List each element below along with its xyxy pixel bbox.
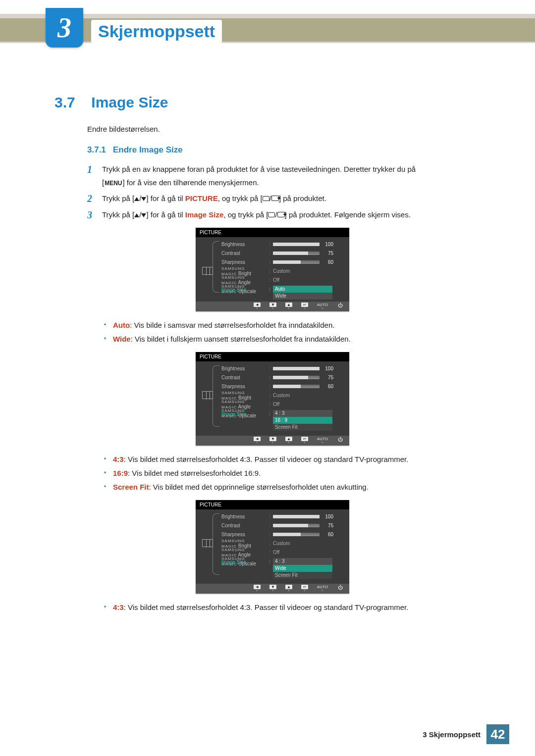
step-3: 3 Trykk på [/] for å gå til Image Size, … bbox=[87, 209, 490, 221]
display-icon bbox=[263, 196, 269, 201]
arrow-down-icon bbox=[141, 213, 146, 217]
bullet-16-9: 16:9: Vis bildet med størrelsesforholdet… bbox=[104, 467, 490, 479]
osd-footer: ◄▾ ▼▾ ▲▾ ↵▾ AUTO▾ ⏻ bbox=[196, 436, 349, 446]
bullet-list-1: Auto: Vis bilde i samsvar med størrelses… bbox=[104, 319, 490, 345]
section-number: 3.7 bbox=[54, 94, 87, 111]
bullet-auto: Auto: Vis bilde i samsvar med størrelses… bbox=[104, 319, 490, 331]
source-icon bbox=[271, 196, 279, 201]
chapter-badge: 3 bbox=[46, 8, 83, 48]
arrow-down-icon bbox=[141, 197, 146, 201]
bullet-4-3-b: 4:3: Vis bildet med størrelsesforholdet … bbox=[104, 602, 490, 613]
arrow-up-icon bbox=[134, 197, 139, 201]
osd-header: PICTURE bbox=[196, 500, 349, 509]
source-icon bbox=[277, 212, 285, 217]
picture-tab-icon bbox=[202, 267, 213, 275]
intro-text: Endre bildestørrelsen. bbox=[87, 125, 490, 133]
more-below-icon: ▾ bbox=[221, 295, 344, 300]
bullet-4-3: 4:3: Vis bildet med størrelsesforholdet … bbox=[104, 454, 490, 465]
steps-list: 1 Trykk på en av knappene foran på produ… bbox=[87, 164, 490, 221]
display-icon bbox=[268, 212, 275, 217]
step-1: 1 Trykk på en av knappene foran på produ… bbox=[87, 164, 490, 188]
highlight-picture: PICTURE bbox=[185, 194, 218, 202]
osd-row-sharpness: Sharpness: 60 bbox=[221, 258, 344, 266]
picture-tab-icon bbox=[202, 391, 213, 399]
osd-sidebar bbox=[196, 237, 219, 302]
osd-row-magic-bright: SAMSUNGMAGIC Bright: Custom bbox=[221, 267, 344, 275]
osd-screenshot-2: PICTURE Brightness:100 Contrast:75 Sharp… bbox=[196, 352, 349, 446]
step-number: 1 bbox=[87, 164, 102, 188]
page-footer: 3 Skjermoppsett 42 bbox=[423, 724, 509, 744]
subsection-number: 3.7.1 bbox=[87, 145, 106, 154]
osd-screenshot-1: PICTURE Brightness: 100 Contrast: 75 Sh bbox=[196, 228, 349, 311]
highlight-imagesize: Image Size bbox=[185, 210, 224, 219]
power-icon: ⏻ bbox=[337, 302, 344, 308]
subsection-title: Endre Image Size bbox=[113, 145, 183, 154]
step-number: 3 bbox=[87, 209, 102, 221]
slider bbox=[273, 243, 320, 246]
footer-text: 3 Skjermoppsett bbox=[423, 730, 481, 739]
section-title: Image Size bbox=[91, 94, 168, 110]
osd-header: PICTURE bbox=[196, 228, 349, 237]
slider bbox=[273, 252, 320, 255]
subsection-heading: 3.7.1 Endre Image Size bbox=[87, 145, 490, 155]
page-number: 42 bbox=[486, 724, 509, 744]
osd-row-brightness: Brightness: 100 bbox=[221, 240, 344, 248]
menu-icon: MENU bbox=[104, 180, 122, 187]
slider bbox=[273, 260, 320, 264]
chapter-number: 3 bbox=[57, 12, 71, 44]
bullet-wide: Wide: Vis bildet i fullskjerm uansett st… bbox=[104, 333, 490, 345]
step-2: 2 Trykk på [/] for å gå til PICTURE, og … bbox=[87, 193, 490, 204]
bullet-screen-fit: Screen Fit: Vis bildet med det opprinnel… bbox=[104, 481, 490, 493]
step-number: 2 bbox=[87, 193, 102, 204]
osd-footer: ◄▾ ▼▾ ▲▾ ↵▾ AUTO▾ ⏻ bbox=[196, 302, 349, 311]
osd-header: PICTURE bbox=[196, 352, 349, 361]
picture-tab-icon bbox=[202, 539, 213, 547]
osd-footer: ◄▾ ▼▾ ▲▾ ↵▾ AUTO▾ ⏻ bbox=[196, 584, 349, 594]
osd-screenshot-3: PICTURE Brightness:100 Contrast:75 Sharp… bbox=[196, 500, 349, 594]
osd-row-magic-angle: SAMSUNGMAGIC Angle: Off bbox=[221, 276, 344, 284]
bullet-list-3: 4:3: Vis bildet med størrelsesforholdet … bbox=[104, 602, 490, 613]
arrow-up-icon bbox=[134, 213, 139, 217]
step-text: Trykk på en av knappene foran på produkt… bbox=[102, 165, 416, 173]
bullet-list-2: 4:3: Vis bildet med størrelsesforholdet … bbox=[104, 454, 490, 493]
chapter-title: Skjermoppsett bbox=[91, 20, 222, 43]
osd-row-contrast: Contrast: 75 bbox=[221, 249, 344, 257]
section-heading: 3.7 Image Size bbox=[54, 94, 490, 111]
